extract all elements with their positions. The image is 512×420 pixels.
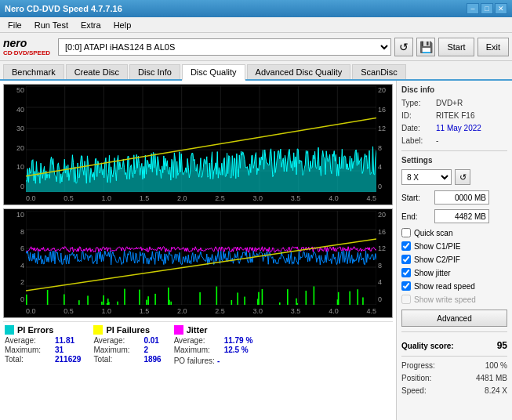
divider-3	[401, 356, 507, 357]
bottom-chart-x-axis: 0.0 0.5 1.0 1.5 2.0 2.5 3.0 3.5 4.0 4.5	[26, 305, 376, 317]
minimize-button[interactable]: –	[467, 3, 479, 14]
logo-nero: nero	[3, 37, 50, 49]
end-mb-input[interactable]	[434, 209, 489, 223]
tab-disc-info[interactable]: Disc Info	[129, 64, 180, 79]
show-c1-pie-row: Show C1/PIE	[401, 241, 507, 251]
top-chart: 50 40 30 20 10 0 20 16 12 8 4 0 0.0 0.5	[3, 84, 393, 205]
exit-button[interactable]: Exit	[478, 38, 509, 56]
divider-1	[401, 150, 507, 151]
show-c2-pif-checkbox[interactable]	[401, 255, 411, 264]
legend-jitter: Jitter Average: 11.79 % Maximum: 12.5 % …	[174, 325, 253, 365]
jitter-swatch	[174, 325, 183, 335]
tabs: Benchmark Create Disc Disc Info Disc Qua…	[0, 61, 512, 81]
show-write-speed-checkbox	[401, 295, 411, 304]
bottom-chart-canvas	[26, 211, 376, 305]
right-panel: Disc info Type: DVD+R ID: RITEK F16 Date…	[396, 81, 512, 420]
show-read-speed-row: Show read speed	[401, 281, 507, 291]
menu-run-test[interactable]: Run Test	[30, 19, 73, 31]
quick-scan-checkbox[interactable]	[401, 228, 411, 237]
speed-row-progress: Speed: 8.24 X	[401, 386, 507, 395]
jitter-label: Jitter	[187, 325, 208, 335]
legend-pi-failures: PI Failures Average: 0.01 Maximum: 2 Tot…	[93, 325, 161, 365]
pi-failures-swatch	[93, 325, 103, 335]
show-c2-pif-row: Show C2/PIF	[401, 255, 507, 264]
start-button[interactable]: Start	[438, 38, 474, 56]
menu-help[interactable]: Help	[109, 19, 136, 31]
disc-label-row: Label: -	[401, 136, 507, 145]
tab-benchmark[interactable]: Benchmark	[3, 64, 64, 79]
disc-type-row: Type: DVD+R	[401, 99, 507, 107]
save-icon-button[interactable]: 💾	[416, 38, 435, 56]
tab-scan-disc[interactable]: ScanDisc	[352, 64, 405, 79]
top-chart-canvas	[26, 86, 376, 192]
app-title: Nero CD-DVD Speed 4.7.7.16	[5, 4, 122, 13]
logo: nero CD·DVD/SPEED	[3, 37, 50, 56]
pi-errors-swatch	[5, 325, 14, 335]
tab-disc-quality[interactable]: Disc Quality	[182, 64, 245, 81]
progress-row: Progress: 100 %	[401, 361, 507, 370]
show-write-speed-row: Show write speed	[401, 295, 507, 304]
bottom-chart: 10 8 6 4 2 0 20 16 12 8 4 0 0.0 0.5 1	[3, 208, 393, 318]
position-row: Position: 4481 MB	[401, 374, 507, 382]
charts-area: 50 40 30 20 10 0 20 16 12 8 4 0 0.0 0.5	[0, 81, 396, 420]
window-controls: – □ ✕	[467, 3, 507, 14]
reload-icon-button[interactable]: ↺	[394, 38, 413, 56]
speed-row: 8 X ↺	[401, 169, 507, 185]
menu-extra[interactable]: Extra	[76, 19, 106, 31]
advanced-button[interactable]: Advanced	[401, 310, 507, 327]
top-chart-y-axis-right: 20 16 12 8 4 0	[376, 85, 392, 192]
top-chart-x-axis: 0.0 0.5 1.0 1.5 2.0 2.5 3.0 3.5 4.0 4.5	[26, 192, 376, 205]
quick-scan-row: Quick scan	[401, 228, 507, 237]
bottom-chart-inner	[26, 211, 376, 305]
settings-section-label: Settings	[401, 156, 507, 165]
maximize-button[interactable]: □	[481, 3, 493, 14]
legend-pi-errors: PI Errors Average: 11.81 Maximum: 31 Tot…	[5, 325, 81, 365]
start-mb-row: Start:	[401, 190, 507, 205]
quality-score-row: Quality score: 95	[401, 340, 507, 351]
refresh-settings-icon[interactable]: ↺	[455, 169, 470, 185]
title-bar: Nero CD-DVD Speed 4.7.7.16 – □ ✕	[0, 0, 512, 17]
bottom-chart-y-axis-right: 20 16 12 8 4 0	[376, 209, 392, 305]
show-read-speed-checkbox[interactable]	[401, 281, 411, 291]
end-mb-row: End:	[401, 209, 507, 223]
divider-2	[401, 331, 507, 332]
show-c1-pie-checkbox[interactable]	[401, 241, 411, 251]
bottom-chart-y-axis-left: 10 8 6 4 2 0	[4, 209, 26, 305]
close-button[interactable]: ✕	[495, 3, 507, 14]
menu-bar: File Run Test Extra Help	[0, 17, 512, 33]
legend: PI Errors Average: 11.81 Maximum: 31 Tot…	[3, 321, 393, 368]
start-mb-input[interactable]	[434, 190, 489, 205]
top-chart-y-axis-left: 50 40 30 20 10 0	[4, 85, 26, 192]
drive-combo[interactable]: [0:0] ATAPI iHAS124 B AL0S	[58, 38, 391, 56]
speed-combo[interactable]: 8 X	[401, 169, 452, 185]
disc-date-row: Date: 11 May 2022	[401, 124, 507, 132]
logo-cdspeed: CD·DVD/SPEED	[3, 49, 50, 56]
show-jitter-checkbox[interactable]	[401, 268, 411, 277]
toolbar: nero CD·DVD/SPEED [0:0] ATAPI iHAS124 B …	[0, 33, 512, 61]
show-jitter-row: Show jitter	[401, 268, 507, 277]
tab-create-disc[interactable]: Create Disc	[66, 64, 128, 79]
pi-failures-label: PI Failures	[106, 325, 150, 335]
pi-errors-label: PI Errors	[17, 325, 53, 335]
menu-file[interactable]: File	[3, 19, 27, 31]
main-content: 50 40 30 20 10 0 20 16 12 8 4 0 0.0 0.5	[0, 81, 512, 420]
top-chart-inner	[26, 86, 376, 192]
tab-advanced-disc-quality[interactable]: Advanced Disc Quality	[247, 64, 351, 79]
disc-info-section-label: Disc info	[401, 85, 507, 94]
disc-id-row: ID: RITEK F16	[401, 111, 507, 120]
